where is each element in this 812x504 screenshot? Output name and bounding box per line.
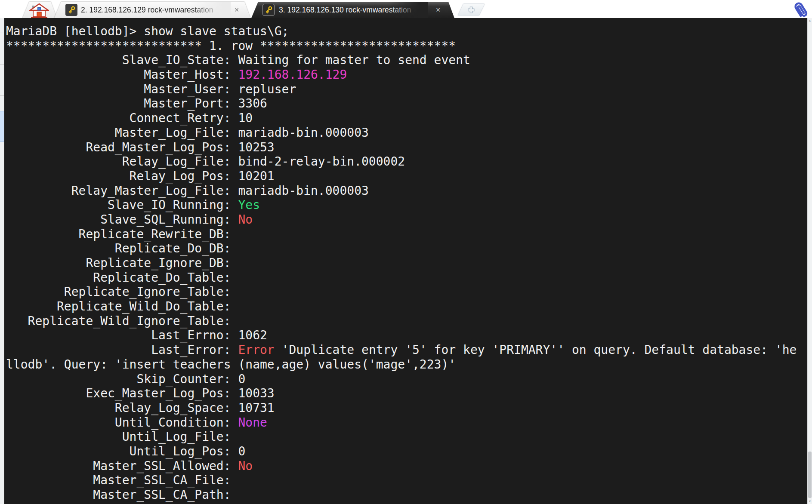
terminal-line: Master_Port: 3306 <box>6 96 807 111</box>
terminal-text-segment: 'Duplicate entry '5' for key 'PRIMARY'' … <box>275 343 797 357</box>
side-strip <box>0 18 4 504</box>
terminal-line: Slave_SQL_Running: No <box>6 212 807 227</box>
terminal-line: Last_Errno: 1062 <box>6 328 807 343</box>
terminal-text-segment: Master_SSL_Allowed: <box>6 459 238 473</box>
home-tab-shape[interactable] <box>22 2 57 18</box>
terminal-text-segment: Replicate_Wild_Do_Table: <box>6 299 238 313</box>
terminal-text-segment: Master_Log_File: mariadb-bin.000003 <box>6 126 369 140</box>
tab-bar: 2. 192.168.126.129 rock-vmwarestation ✕ … <box>0 0 812 18</box>
terminal-line: Skip_Counter: 0 <box>6 372 807 387</box>
terminal-line: Relay_Log_Pos: 10201 <box>6 169 807 184</box>
terminal-line: Relay_Master_Log_File: mariadb-bin.00000… <box>6 184 807 198</box>
terminal-text-segment: Relay_Master_Log_File: mariadb-bin.00000… <box>6 184 369 198</box>
terminal-text-segment: Replicate_Wild_Ignore_Table: <box>6 314 238 328</box>
terminal-line: Until_Log_File: <box>6 430 807 444</box>
terminal-line: Last_Error: Error 'Duplicate entry '5' f… <box>6 343 807 357</box>
session-tab-3-shape[interactable]: 3. 192.168.126.130 rock-vmwarestation ✕ <box>251 2 454 18</box>
terminal-text-segment: No <box>238 212 253 227</box>
close-tab-icon[interactable]: ✕ <box>234 6 239 14</box>
terminal-line: Connect_Retry: 10 <box>6 111 807 126</box>
terminal-text-segment: Connect_Retry: 10 <box>6 111 253 125</box>
terminal-text-segment: Master_SSL_CA_Path: <box>6 488 238 502</box>
terminal-text-segment: *************************** 1. row *****… <box>6 39 456 53</box>
terminal-text-segment: Relay_Log_Space: 10731 <box>6 401 275 415</box>
terminal-text-segment: Master_User: repluser <box>6 82 296 96</box>
terminal-line: Replicate_Ignore_DB: <box>6 256 807 270</box>
terminal-line: Master_User: repluser <box>6 82 807 97</box>
terminal-line: Replicate_Ignore_Table: <box>6 285 807 299</box>
terminal-line: MariaDB [hellodb]> show slave status\G; <box>6 24 807 39</box>
side-strip-divider <box>0 65 4 65</box>
terminal-text-segment: Skip_Counter: 0 <box>6 372 245 386</box>
terminal-text-segment: Replicate_Ignore_Table: <box>6 285 238 299</box>
terminal-text-segment: Until_Condition: <box>6 415 238 430</box>
terminal-scrollbar[interactable]: ▲ ▼ <box>807 18 812 504</box>
terminal-text-segment: Master_SSL_CA_File: <box>6 473 238 487</box>
terminal-text-segment: Replicate_Ignore_DB: <box>6 256 238 270</box>
session-tab-3[interactable]: 3. 192.168.126.130 rock-vmwarestation ✕ <box>251 2 454 18</box>
tab-label: 3. 192.168.126.130 rock-vmwarestation <box>279 6 428 15</box>
new-tab-button[interactable] <box>458 4 485 15</box>
terminal-line: Until_Condition: None <box>6 415 807 430</box>
terminal-line: *************************** 1. row *****… <box>6 39 807 53</box>
terminal-text-segment: Relay_Log_Pos: 10201 <box>6 169 275 183</box>
plus-icon[interactable] <box>458 4 485 15</box>
terminal-text-segment: Master_Port: 3306 <box>6 96 267 111</box>
terminal-line: Slave_IO_Running: Yes <box>6 198 807 212</box>
terminal-text-segment: Slave_IO_Running: <box>6 198 238 212</box>
terminal-text-segment: Last_Errno: 1062 <box>6 328 267 342</box>
terminal-line: Replicate_Do_DB: <box>6 241 807 256</box>
terminal-text-segment: Exec_Master_Log_Pos: 10033 <box>6 386 275 400</box>
terminal-line: Master_SSL_CA_File: <box>6 473 807 488</box>
terminal-text-segment: llodb'. Query: 'insert teachers (name,ag… <box>6 357 456 372</box>
terminal-line: llodb'. Query: 'insert teachers (name,ag… <box>6 357 807 372</box>
terminal-text-segment: None <box>238 415 267 430</box>
terminal-text-segment: Slave_SQL_Running: <box>6 212 238 227</box>
terminal-line: Replicate_Wild_Ignore_Table: <box>6 314 807 329</box>
terminal-output[interactable]: MariaDB [hellodb]> show slave status\G;*… <box>4 18 807 504</box>
close-tab-icon[interactable]: ✕ <box>435 6 441 14</box>
terminal-text-segment: Master_Host: <box>6 68 238 82</box>
terminal-line: Master_Log_File: mariadb-bin.000003 <box>6 126 807 140</box>
session-tab-2-shape[interactable]: 2. 192.168.126.129 rock-vmwarestation ✕ <box>54 2 250 18</box>
terminal-line: Master_Host: 192.168.126.129 <box>6 68 807 82</box>
terminal-line: Read_Master_Log_Pos: 10253 <box>6 140 807 155</box>
terminal-line: Relay_Log_File: bind-2-relay-bin.000002 <box>6 154 807 169</box>
terminal-text-segment: Slave_IO_State: Waiting for master to se… <box>6 53 470 67</box>
tab-label: 2. 192.168.126.129 rock-vmwarestation <box>81 6 230 15</box>
paperclip-icon[interactable] <box>792 0 810 20</box>
terminal-line: Until_Log_Pos: 0 <box>6 444 807 459</box>
terminal-text-segment: Until_Log_File: <box>6 430 238 444</box>
terminal-text-segment: 192.168.126.129 <box>238 68 347 82</box>
side-strip-selected-item[interactable] <box>0 111 4 142</box>
terminal-text-segment: Replicate_Do_Table: <box>6 270 238 285</box>
terminal-line: Replicate_Rewrite_DB: <box>6 227 807 242</box>
terminal-text-segment: Replicate_Do_DB: <box>6 241 238 255</box>
terminal-text-segment: Yes <box>238 198 260 212</box>
terminal-line: Replicate_Do_Table: <box>6 270 807 285</box>
side-strip-divider <box>0 95 4 96</box>
side-strip-divider <box>0 33 4 33</box>
terminal-line: Slave_IO_State: Waiting for master to se… <box>6 53 807 68</box>
scrollbar-down-arrow-icon[interactable]: ▼ <box>808 499 812 504</box>
key-icon <box>262 4 275 16</box>
key-icon <box>65 4 77 16</box>
terminal-line: Master_SSL_Allowed: No <box>6 459 807 473</box>
scrollbar-thumb[interactable] <box>808 452 812 498</box>
terminal-text-segment: Replicate_Rewrite_DB: <box>6 227 238 241</box>
terminal-line: Relay_Log_Space: 10731 <box>6 401 807 415</box>
terminal-text-segment: MariaDB [hellodb]> show slave status\G; <box>6 24 289 38</box>
terminal-text-segment: Error <box>238 343 274 357</box>
terminal-text-segment: Read_Master_Log_Pos: 10253 <box>6 140 275 154</box>
terminal-text-segment: No <box>238 459 253 473</box>
terminal-line: Replicate_Wild_Do_Table: <box>6 299 807 314</box>
terminal-text-segment: Last_Error: <box>6 343 238 357</box>
terminal-text-segment: Relay_Log_File: bind-2-relay-bin.000002 <box>6 154 405 169</box>
home-icon <box>29 3 49 18</box>
terminal-text-segment: Until_Log_Pos: 0 <box>6 444 245 458</box>
terminal-line: Exec_Master_Log_Pos: 10033 <box>6 386 807 401</box>
home-tab[interactable] <box>22 2 57 18</box>
session-tab-2[interactable]: 2. 192.168.126.129 rock-vmwarestation ✕ <box>54 2 250 18</box>
terminal-line: Master_SSL_CA_Path: <box>6 488 807 502</box>
